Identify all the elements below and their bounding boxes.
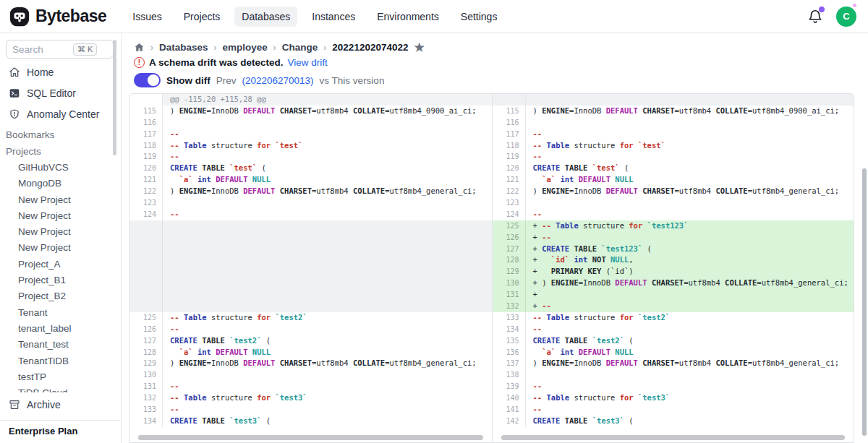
diff-row: 116: [493, 117, 854, 129]
diff-code-line: + --: [526, 232, 854, 244]
diff-line-number: [129, 254, 163, 266]
diff-row: 119--: [493, 151, 854, 163]
toggle-knob: [148, 74, 159, 86]
main-content: ›Databases›employee›Change›2022120207402…: [122, 33, 868, 443]
diff-code-line: --: [526, 324, 854, 335]
diff-line-number: 125: [129, 312, 163, 324]
project-item-testtp[interactable]: testTP: [0, 369, 121, 385]
diff-code-line: [163, 117, 492, 129]
crumb-databases[interactable]: Databases: [159, 42, 208, 53]
diff-row-spacer: [129, 232, 492, 244]
alert-text: A schema drift was detected.: [149, 57, 284, 68]
diff-row: 129) ENGINE=InnoDB DEFAULT CHARSET=utf8m…: [129, 358, 492, 369]
user-avatar[interactable]: C: [836, 7, 856, 27]
diff-row: 122) ENGINE=InnoDB DEFAULT CHARSET=utf8m…: [129, 186, 492, 197]
sidebar-scrollbar[interactable]: [113, 40, 116, 155]
diff-code-line: [526, 369, 854, 381]
diff-row: 138: [493, 369, 854, 381]
project-item-project-a[interactable]: Project_A: [0, 257, 121, 272]
project-item-project-b1[interactable]: Project_B1: [0, 272, 121, 288]
diff-code-line: `a` int DEFAULT NULL: [526, 347, 854, 358]
nav-item-environments[interactable]: Environments: [370, 7, 446, 27]
nav-item-instances[interactable]: Instances: [305, 7, 362, 27]
project-item-tenant[interactable]: Tenant: [0, 305, 121, 321]
diff-code-line: + CREATE TABLE `test123` (: [526, 244, 854, 255]
diff-line-number: 120: [493, 163, 526, 174]
bytebase-logo-icon: [9, 6, 30, 27]
diff-code-line: [163, 197, 492, 209]
schema-diff-view: @@ -115,20 +115,28 @@115) ENGINE=InnoDB …: [129, 93, 854, 443]
diff-row-spacer: [129, 266, 492, 278]
diff-line-number: 130: [493, 278, 526, 289]
nav-item-settings[interactable]: Settings: [454, 7, 505, 27]
prev-version-link[interactable]: (202206270013): [242, 75, 314, 86]
diff-horizontal-scrollbar[interactable]: [138, 435, 483, 440]
diff-code-line: CREATE TABLE `test3` (: [526, 416, 854, 427]
diff-line-number: 127: [493, 244, 526, 255]
diff-line-number: 115: [493, 106, 526, 117]
home-crumb-icon[interactable]: [134, 42, 145, 53]
diff-code-line: [163, 289, 492, 301]
crumb-employee[interactable]: employee: [223, 42, 268, 53]
project-item-new-project[interactable]: New Project: [0, 208, 121, 224]
diff-horizontal-scrollbar[interactable]: [501, 435, 846, 440]
diff-row-added: 125+ -- Table structure for `test123`: [493, 220, 854, 232]
diff-line-number: [129, 301, 163, 312]
project-item-tidb-cloud[interactable]: TiDB Cloud: [0, 385, 121, 392]
diff-line-number: 122: [129, 186, 163, 197]
sidebar-item-home[interactable]: Home: [3, 62, 118, 82]
diff-line-number: 134: [493, 324, 526, 335]
diff-row-added: 131+: [493, 289, 854, 301]
notifications-bell-icon[interactable]: [807, 9, 823, 25]
enterprise-plan-link[interactable]: Enterprise Plan: [0, 420, 121, 443]
diff-row-added: 129+ PRIMARY KEY (`id`): [493, 266, 854, 278]
project-item-project-b2[interactable]: Project_B2: [0, 288, 121, 304]
diff-row: 118-- Table structure for `test`: [493, 140, 854, 152]
project-item-tenant-label[interactable]: tenant_label: [0, 321, 121, 337]
diff-line-number: [129, 94, 163, 106]
diff-code-line: -- Table structure for `test3`: [163, 392, 492, 404]
bookmark-star-icon[interactable]: ★: [414, 43, 424, 53]
search-input[interactable]: [12, 44, 70, 55]
diff-code-line: CREATE TABLE `test3` (: [163, 416, 492, 427]
diff-row: 115) ENGINE=InnoDB DEFAULT CHARSET=utf8m…: [129, 106, 492, 117]
sidebar-item-label: Anomaly Center: [27, 108, 99, 120]
view-drift-link[interactable]: View drift: [288, 57, 328, 68]
project-item-new-project[interactable]: New Project: [0, 240, 121, 256]
project-item-tenant-test[interactable]: Tenant_test: [0, 337, 121, 353]
search-box[interactable]: ⌘ K: [6, 40, 114, 59]
diff-row-spacer: [129, 220, 492, 232]
sidebar-item-sql-editor[interactable]: SQL Editor: [3, 83, 118, 103]
diff-row: 139--: [493, 381, 854, 392]
sidebar-item-anomaly-center[interactable]: Anomaly Center: [3, 104, 118, 124]
diff-row: 117--: [493, 129, 854, 140]
diff-line-number: 129: [129, 358, 163, 369]
diff-code-line: CREATE TABLE `test` (: [526, 163, 854, 174]
diff-row: 126--: [129, 324, 492, 335]
diff-row: 121 `a` int DEFAULT NULL: [129, 174, 492, 186]
nav-item-issues[interactable]: Issues: [125, 7, 169, 27]
nav-item-databases[interactable]: Databases: [234, 7, 297, 27]
diff-code-line: --: [163, 151, 492, 163]
crumb-change[interactable]: Change: [282, 42, 318, 53]
project-item-githubvcs[interactable]: GitHubVCS: [0, 160, 121, 176]
bookmarks-section-label: Bookmarks: [0, 125, 121, 142]
bytebase-logo[interactable]: Bytebase: [9, 6, 106, 27]
project-item-new-project[interactable]: New Project: [0, 192, 121, 208]
diff-code-line: `a` int DEFAULT NULL: [526, 174, 854, 186]
window-scrollbar[interactable]: [862, 168, 867, 436]
sidebar-item-archive[interactable]: Archive: [3, 394, 118, 416]
diff-row: 128 `a` int DEFAULT NULL: [129, 347, 492, 358]
diff-line-number: 117: [129, 129, 163, 140]
nav-item-projects[interactable]: Projects: [176, 7, 228, 27]
alert-exclamation-icon: !: [134, 57, 145, 68]
project-item-new-project[interactable]: New Project: [0, 224, 121, 240]
diff-line-number: [129, 232, 163, 244]
diff-code-line: + -- Table structure for `test123`: [526, 220, 854, 232]
project-item-tenanttidb[interactable]: TenantTiDB: [0, 353, 121, 369]
project-item-mongodb[interactable]: MongoDB: [0, 176, 121, 192]
diff-line-number: 133: [129, 404, 163, 416]
diff-row-spacer: [129, 244, 492, 255]
show-diff-toggle[interactable]: [134, 73, 161, 87]
diff-code-line: `a` int DEFAULT NULL: [163, 174, 492, 186]
